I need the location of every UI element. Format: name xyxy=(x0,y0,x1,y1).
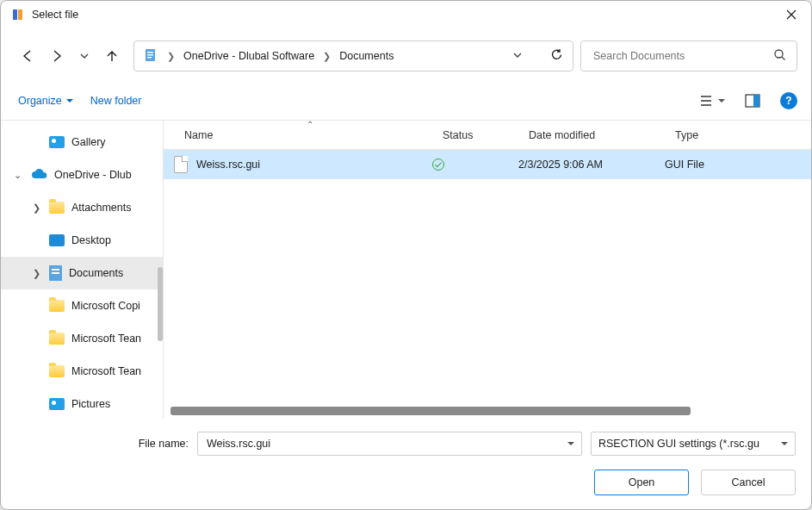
svg-point-6 xyxy=(775,50,783,58)
tree-item[interactable]: Desktop xyxy=(1,224,163,257)
chevron-down-icon[interactable] xyxy=(567,442,574,449)
file-icon xyxy=(174,156,188,173)
organize-menu[interactable]: Organize xyxy=(18,95,73,107)
chevron-right-icon: ❯ xyxy=(165,51,177,62)
file-date: 2/3/2025 9:06 AM xyxy=(518,159,665,171)
svg-rect-4 xyxy=(147,54,153,56)
tree-scrollbar[interactable] xyxy=(158,121,163,419)
dialog-body: Gallery⌄OneDrive - Dlub❯AttachmentsDeskt… xyxy=(1,120,811,419)
column-header-date[interactable]: Date modified xyxy=(529,129,675,141)
filetype-filter-text: RSECTION GUI settings (*.rsc.gu xyxy=(598,438,759,450)
location-type-icon xyxy=(143,47,158,65)
tree-item[interactable]: Pictures xyxy=(1,388,163,419)
svg-rect-1 xyxy=(18,9,22,20)
folder-icon xyxy=(49,365,65,377)
nav-tree[interactable]: Gallery⌄OneDrive - Dlub❯AttachmentsDeskt… xyxy=(1,121,163,419)
nav-row: ❯ OneDrive - Dlubal Software ❯ Documents xyxy=(1,28,811,84)
tree-item[interactable]: Microsoft Tean xyxy=(1,322,163,355)
tree-item-label: OneDrive - Dlub xyxy=(54,169,132,181)
file-dialog: Select file ❯ OneDrive - Dlubal Software… xyxy=(0,0,812,510)
folder-icon xyxy=(49,202,65,214)
tree-item-label: Pictures xyxy=(71,398,110,410)
file-name: Weiss.rsc.gui xyxy=(196,159,260,171)
address-bar[interactable]: ❯ OneDrive - Dlubal Software ❯ Documents xyxy=(133,40,573,72)
preview-pane-button[interactable] xyxy=(742,90,763,111)
nav-buttons xyxy=(15,48,120,64)
status-synced-icon xyxy=(432,159,444,171)
breadcrumb-segment[interactable]: OneDrive - Dlubal Software xyxy=(183,50,314,62)
chevron-right-icon: ❯ xyxy=(321,51,332,62)
tree-item-label: Microsoft Copi xyxy=(71,300,140,312)
help-button[interactable]: ? xyxy=(780,92,797,109)
window-title: Select file xyxy=(32,9,772,21)
sort-indicator-icon: ⌃ xyxy=(307,120,313,129)
svg-rect-5 xyxy=(147,57,152,59)
tree-item-label: Gallery xyxy=(71,136,106,148)
expand-chevron-icon[interactable]: ❯ xyxy=(30,202,42,214)
tree-item-label: Attachments xyxy=(71,202,131,214)
view-menu-button[interactable] xyxy=(699,90,725,111)
refresh-button[interactable] xyxy=(549,47,564,65)
up-button[interactable] xyxy=(104,48,120,64)
chevron-down-icon xyxy=(781,442,788,449)
search-box[interactable] xyxy=(580,40,797,72)
tree-item[interactable]: Microsoft Copi xyxy=(1,289,163,322)
footer: File name: RSECTION GUI settings (*.rsc.… xyxy=(1,419,811,509)
folder-icon xyxy=(49,333,65,345)
folder-icon xyxy=(49,300,65,312)
tree-item-label: Documents xyxy=(69,267,123,279)
new-folder-button[interactable]: New folder xyxy=(90,95,142,107)
back-button[interactable] xyxy=(20,48,35,64)
app-icon xyxy=(11,8,25,22)
toolbar: Organize New folder ? xyxy=(1,84,811,120)
tree-item[interactable]: ❯Documents xyxy=(1,257,163,289)
tree-item[interactable]: Microsoft Tean xyxy=(1,355,163,388)
expand-chevron-icon[interactable]: ❯ xyxy=(30,268,42,279)
filename-input[interactable] xyxy=(205,437,567,451)
file-row[interactable]: Weiss.rsc.gui2/3/2025 9:06 AMGUI File xyxy=(164,150,811,179)
svg-rect-8 xyxy=(753,95,759,107)
tree-item[interactable]: ⌄OneDrive - Dlub xyxy=(1,159,163,191)
filetype-filter[interactable]: RSECTION GUI settings (*.rsc.gu xyxy=(591,432,796,456)
filename-combobox[interactable] xyxy=(197,432,582,456)
column-headers: ⌃ Name Status Date modified Type xyxy=(164,121,811,150)
breadcrumb-segment[interactable]: Documents xyxy=(339,50,394,62)
svg-rect-3 xyxy=(147,52,153,53)
horizontal-scrollbar[interactable] xyxy=(170,407,804,415)
tree-item[interactable]: Gallery xyxy=(1,126,163,159)
search-icon xyxy=(773,48,786,64)
recent-locations-button[interactable] xyxy=(78,50,90,62)
expand-chevron-icon[interactable]: ⌄ xyxy=(11,170,23,181)
cloud-icon xyxy=(30,168,47,183)
tree-item-label: Desktop xyxy=(71,234,111,246)
svg-rect-0 xyxy=(13,9,17,20)
file-list: ⌃ Name Status Date modified Type Weiss.r… xyxy=(163,121,811,419)
search-input[interactable] xyxy=(592,49,766,63)
cancel-button[interactable]: Cancel xyxy=(701,470,796,495)
tree-item-label: Microsoft Tean xyxy=(71,333,141,345)
file-rows[interactable]: Weiss.rsc.gui2/3/2025 9:06 AMGUI File xyxy=(164,150,811,407)
open-button[interactable]: Open xyxy=(594,470,689,495)
filename-label: File name: xyxy=(16,438,189,450)
gallery-icon xyxy=(49,136,65,148)
column-header-status[interactable]: Status xyxy=(443,129,529,141)
tree-item-label: Microsoft Tean xyxy=(71,365,141,377)
tree-item[interactable]: ❯Attachments xyxy=(1,191,163,224)
column-header-type[interactable]: Type xyxy=(675,129,698,141)
address-dropdown-button[interactable] xyxy=(511,49,524,64)
desktop-icon xyxy=(49,234,65,246)
gallery-icon xyxy=(49,398,65,410)
document-icon xyxy=(49,265,62,281)
file-type: GUI File xyxy=(665,159,704,171)
close-button[interactable] xyxy=(772,1,811,28)
forward-button[interactable] xyxy=(49,48,65,64)
column-header-name[interactable]: Name xyxy=(184,129,443,141)
titlebar: Select file xyxy=(1,1,811,28)
